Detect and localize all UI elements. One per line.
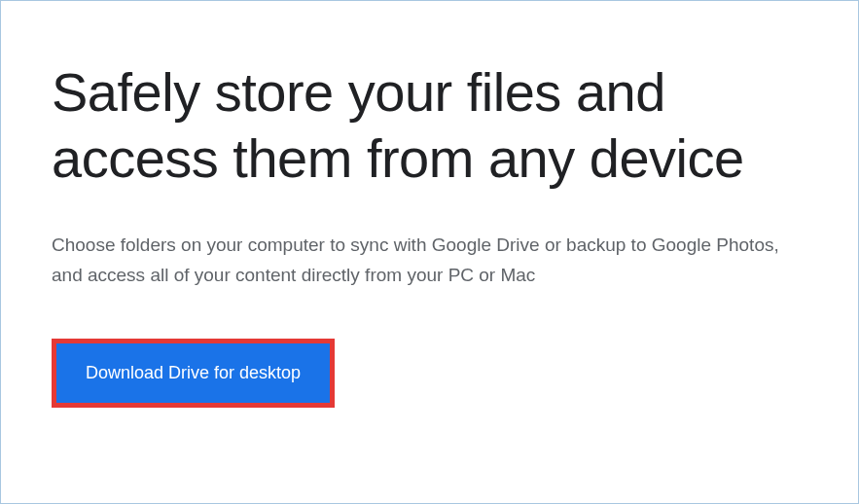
promo-panel: Safely store your files and access them … bbox=[0, 0, 859, 504]
headline: Safely store your files and access them … bbox=[52, 59, 807, 193]
description: Choose folders on your computer to sync … bbox=[52, 230, 791, 291]
download-button[interactable]: Download Drive for desktop bbox=[56, 343, 330, 403]
download-button-highlight: Download Drive for desktop bbox=[52, 339, 335, 408]
